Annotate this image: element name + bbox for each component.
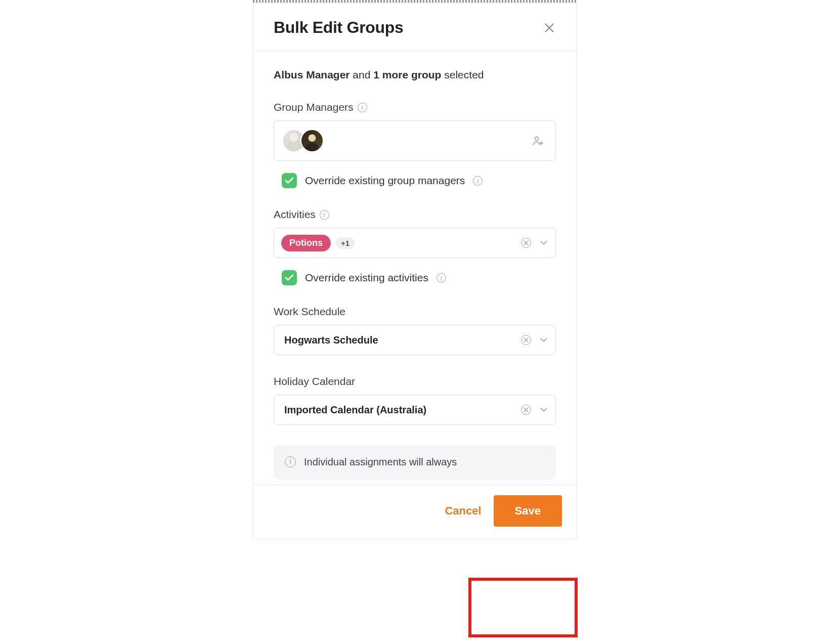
group-managers-field: Group Managers i xyxy=(274,101,556,188)
holiday-calendar-value: Imported Calendar (Australia) xyxy=(281,404,426,416)
save-button[interactable]: Save xyxy=(494,495,562,527)
group-managers-input[interactable] xyxy=(274,120,556,161)
modal-header: Bulk Edit Groups xyxy=(253,3,576,52)
activity-pill[interactable]: Potions xyxy=(281,235,331,251)
svg-point-5 xyxy=(306,143,318,151)
activities-select[interactable]: Potions +1 xyxy=(274,228,556,258)
selection-summary: Albus Manager and 1 more group selected xyxy=(274,69,556,81)
chevron-down-icon[interactable] xyxy=(539,335,548,345)
override-managers-label: Override existing group managers xyxy=(305,175,465,187)
override-activities-checkbox[interactable] xyxy=(282,270,297,285)
highlight-save xyxy=(468,578,578,637)
override-activities-label: Override existing activities xyxy=(305,272,428,284)
modal-body: Albus Manager and 1 more group selected … xyxy=(253,52,576,485)
svg-point-6 xyxy=(535,137,539,141)
clear-icon[interactable] xyxy=(521,238,531,248)
cancel-button[interactable]: Cancel xyxy=(445,504,481,518)
info-icon[interactable]: i xyxy=(358,103,367,112)
group-managers-label: Group Managers xyxy=(274,101,354,113)
chevron-down-icon[interactable] xyxy=(539,405,548,414)
info-icon[interactable]: i xyxy=(473,176,483,186)
avatar[interactable] xyxy=(300,129,324,152)
activities-more-badge[interactable]: +1 xyxy=(336,237,355,249)
info-icon: i xyxy=(285,456,296,467)
holiday-calendar-field: Holiday Calendar Imported Calendar (Aust… xyxy=(274,375,556,425)
bulk-edit-groups-modal: Bulk Edit Groups Albus Manager and 1 mor… xyxy=(253,3,577,539)
close-icon[interactable] xyxy=(543,21,556,34)
info-banner-text: Individual assignments will always xyxy=(304,455,457,469)
svg-point-4 xyxy=(309,134,316,142)
info-icon[interactable]: i xyxy=(437,273,446,283)
clear-icon[interactable] xyxy=(521,405,531,415)
holiday-calendar-select[interactable]: Imported Calendar (Australia) xyxy=(274,395,556,425)
info-banner: i Individual assignments will always xyxy=(274,445,556,480)
svg-point-3 xyxy=(287,143,300,151)
work-schedule-select[interactable]: Hogwarts Schedule xyxy=(274,325,556,355)
modal-footer: Cancel Save xyxy=(253,485,576,539)
svg-point-2 xyxy=(290,133,298,142)
info-icon[interactable]: i xyxy=(320,210,329,220)
add-person-icon[interactable] xyxy=(532,135,544,147)
activities-field: Activities i Potions +1 xyxy=(274,208,556,285)
work-schedule-field: Work Schedule Hogwarts Schedule xyxy=(274,306,556,355)
more-groups-count: 1 more group xyxy=(373,69,441,80)
selected-group-name: Albus Manager xyxy=(274,69,350,80)
override-managers-checkbox[interactable] xyxy=(282,173,297,188)
clear-icon[interactable] xyxy=(521,335,531,345)
override-activities-row: Override existing activities i xyxy=(274,270,556,285)
chevron-down-icon[interactable] xyxy=(539,238,548,247)
holiday-calendar-label: Holiday Calendar xyxy=(274,375,355,388)
modal-title: Bulk Edit Groups xyxy=(274,18,404,37)
work-schedule-label: Work Schedule xyxy=(274,306,345,318)
activities-label: Activities xyxy=(274,208,316,221)
override-managers-row: Override existing group managers i xyxy=(274,173,556,188)
manager-avatars xyxy=(282,129,324,152)
work-schedule-value: Hogwarts Schedule xyxy=(281,334,378,346)
